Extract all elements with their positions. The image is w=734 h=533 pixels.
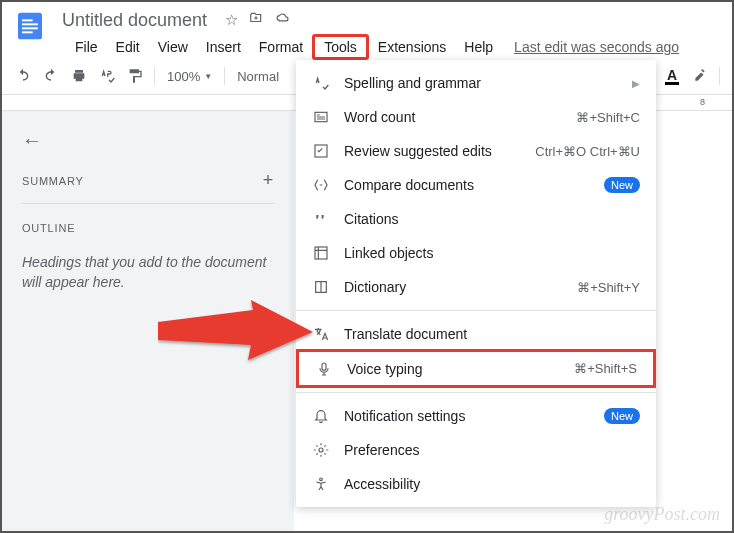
redo-button[interactable] [38,63,64,89]
svg-rect-4 [22,31,33,33]
compare-icon [312,176,330,194]
menu-notification-settings[interactable]: Notification settings New [296,399,656,433]
watermark: groovyPost.com [604,504,720,525]
menu-compare-docs[interactable]: Compare documents New [296,168,656,202]
preferences-icon [312,441,330,459]
highlight-button[interactable] [687,63,713,89]
menu-voice-typing[interactable]: Voice typing ⌘+Shift+S [296,349,656,388]
menu-preferences[interactable]: Preferences [296,433,656,467]
chevron-right-icon: ▶ [632,78,640,89]
menu-accessibility[interactable]: Accessibility [296,467,656,501]
text-color-button[interactable]: A [659,63,685,89]
style-selector[interactable]: Normal [231,69,285,84]
microphone-icon [315,360,333,378]
dictionary-icon [312,278,330,296]
spellcheck-button[interactable] [94,63,120,89]
menu-review-suggested[interactable]: Review suggested edits Ctrl+⌘O Ctrl+⌘U [296,134,656,168]
svg-rect-6 [315,145,327,157]
word-count-icon [312,108,330,126]
paint-format-button[interactable] [122,63,148,89]
tools-dropdown: Spelling and grammar ▶ Word count ⌘+Shif… [296,60,656,507]
menu-word-count[interactable]: Word count ⌘+Shift+C [296,100,656,134]
svg-rect-1 [22,19,33,21]
menu-extensions[interactable]: Extensions [369,36,455,58]
add-summary-button[interactable]: + [263,170,274,191]
menu-insert[interactable]: Insert [197,36,250,58]
zoom-selector[interactable]: 100%▼ [161,69,218,84]
menu-citations[interactable]: Citations [296,202,656,236]
star-icon[interactable]: ☆ [225,11,238,29]
accessibility-icon [312,475,330,493]
outline-back-button[interactable]: ← [22,129,274,152]
menu-spelling-grammar[interactable]: Spelling and grammar ▶ [296,66,656,100]
spelling-icon [312,74,330,92]
menu-translate[interactable]: Translate document [296,317,656,351]
print-button[interactable] [66,63,92,89]
citations-icon [312,210,330,228]
docs-logo[interactable] [10,6,50,46]
svg-point-10 [320,478,323,481]
menu-tools[interactable]: Tools [312,34,369,60]
last-edit-link[interactable]: Last edit was seconds ago [514,39,679,55]
menu-format[interactable]: Format [250,36,312,58]
menu-view[interactable]: View [149,36,197,58]
menu-file[interactable]: File [66,36,107,58]
undo-button[interactable] [10,63,36,89]
menu-linked-objects[interactable]: Linked objects [296,236,656,270]
translate-icon [312,325,330,343]
outline-label: OUTLINE [22,222,274,234]
new-badge: New [604,177,640,193]
svg-rect-2 [22,23,38,25]
menu-dictionary[interactable]: Dictionary ⌘+Shift+Y [296,270,656,304]
svg-rect-3 [22,27,38,29]
bell-icon [312,407,330,425]
summary-label: SUMMARY [22,175,84,187]
linked-objects-icon [312,244,330,262]
svg-rect-7 [315,247,327,259]
doc-title[interactable]: Untitled document [62,10,207,31]
cloud-icon[interactable] [274,11,292,29]
move-icon[interactable] [248,11,264,29]
review-icon [312,142,330,160]
ruler-mark-8: 8 [700,97,705,107]
outline-placeholder: Headings that you add to the document wi… [22,252,274,292]
new-badge: New [604,408,640,424]
menu-edit[interactable]: Edit [107,36,149,58]
svg-rect-8 [322,363,326,370]
svg-rect-0 [18,13,42,40]
menu-help[interactable]: Help [455,36,502,58]
svg-point-9 [319,448,323,452]
